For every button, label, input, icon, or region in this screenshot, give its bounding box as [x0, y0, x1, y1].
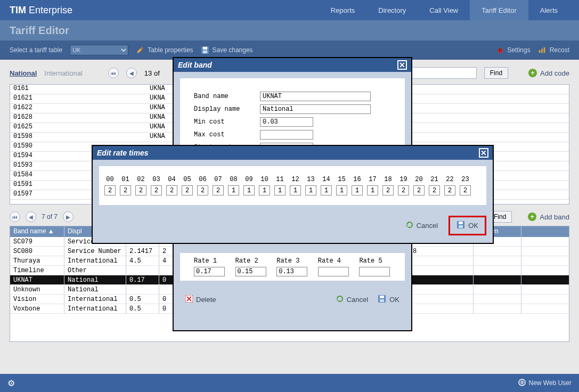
rt-ok-highlight: OK [448, 216, 486, 235]
rate1-input[interactable] [194, 267, 225, 276]
page-prev-icon[interactable]: ◀ [126, 68, 137, 78]
rt-hour-input[interactable] [197, 185, 208, 195]
brand: TIM Enterprise [10, 5, 72, 16]
rt-hour-input[interactable] [104, 185, 116, 195]
table-properties-link[interactable]: Table properties [136, 46, 193, 54]
rt-hour-col: 02 [135, 176, 146, 195]
rt-hour-input[interactable] [398, 185, 409, 195]
min-cost-label: Min cost [194, 118, 260, 126]
rate5-input[interactable] [359, 267, 390, 276]
add-band-label: Add band [540, 213, 569, 221]
rate-times-titlebar[interactable]: Edit rate times ✕ [93, 146, 493, 160]
band-page-prev-icon[interactable]: ◀ [26, 211, 36, 222]
nav-alerts[interactable]: Alerts [528, 0, 569, 20]
rt-hour-col: 09 [243, 176, 255, 195]
rt-hour-input[interactable] [352, 185, 363, 195]
delete-button[interactable]: Delete [185, 295, 216, 304]
edit-band-rates: Rate 1 Rate 2 Rate 3 Rate 4 Rate 5 [180, 253, 405, 281]
rt-hour-input[interactable] [460, 185, 471, 195]
rt-ok-button[interactable]: OK [456, 220, 478, 231]
close-icon[interactable]: ✕ [397, 60, 407, 70]
find-button[interactable]: Find [484, 67, 508, 79]
bug-icon: 🐞 [495, 46, 504, 54]
rt-hour-input[interactable] [243, 185, 255, 195]
rt-hour-input[interactable] [336, 185, 347, 195]
rate4-input[interactable] [318, 267, 349, 276]
rt-hour-label: 22 [446, 176, 453, 183]
rt-hour-col: 14 [321, 176, 332, 195]
rt-hour-input[interactable] [321, 185, 332, 195]
close-icon[interactable]: ✕ [479, 148, 488, 158]
rt-hour-input[interactable] [429, 185, 440, 195]
nav-tariff-editor[interactable]: Tariff Editor [470, 0, 528, 20]
recost-link[interactable]: Recost [538, 46, 569, 54]
footer-user[interactable]: New Web User [529, 379, 572, 387]
save-icon [201, 46, 209, 54]
band-hscroll[interactable] [10, 333, 569, 341]
save-changes-link[interactable]: Save changes [201, 46, 253, 54]
rt-hour-input[interactable] [120, 185, 131, 195]
rate4-label: Rate 4 [318, 257, 350, 265]
tariff-select[interactable]: UK [70, 45, 128, 55]
select-tariff-label: Select a tariff table [10, 46, 62, 54]
add-code-link[interactable]: + Add code [528, 69, 569, 77]
rt-cancel-button[interactable]: Cancel [405, 220, 438, 231]
page-first-icon[interactable]: ⏮ [108, 68, 119, 78]
tab-national[interactable]: National [10, 69, 37, 77]
rt-hour-input[interactable] [290, 185, 301, 195]
gear-icon[interactable]: ⚙ [7, 378, 15, 388]
band-name-input[interactable] [260, 92, 371, 101]
rt-hour-label: 08 [230, 176, 237, 183]
save-icon [456, 220, 465, 231]
rt-hour-col: 11 [274, 176, 286, 195]
rt-hour-input[interactable] [166, 185, 177, 195]
rt-hour-input[interactable] [182, 185, 193, 195]
nav-directory[interactable]: Directory [366, 0, 418, 20]
rt-hour-input[interactable] [151, 185, 162, 195]
rt-hour-label: 13 [307, 176, 314, 183]
tab-international[interactable]: International [44, 69, 83, 77]
band-page-first-icon[interactable]: ⏮ [10, 211, 20, 222]
display-name-input[interactable] [260, 104, 371, 114]
rt-hour-input[interactable] [135, 185, 146, 195]
rt-ok-label: OK [468, 222, 478, 230]
rt-hour-col: 05 [182, 176, 193, 195]
rate3-input[interactable] [276, 267, 307, 276]
rt-hour-label: 12 [291, 176, 299, 183]
svg-rect-4 [541, 48, 543, 53]
min-cost-input[interactable] [260, 117, 313, 127]
nav-reports[interactable]: Reports [319, 0, 367, 20]
rt-hour-input[interactable] [228, 185, 239, 195]
rt-hour-input[interactable] [259, 185, 270, 195]
rt-hour-label: 23 [461, 176, 469, 183]
band-page-next-icon[interactable]: ▶ [63, 211, 74, 222]
rt-hour-label: 01 [121, 176, 129, 183]
rt-hour-input[interactable] [382, 185, 394, 195]
add-band-link[interactable]: + Add band [528, 213, 569, 221]
rt-hour-label: 02 [137, 176, 144, 183]
rt-hour-input[interactable] [413, 185, 425, 195]
rt-hour-input[interactable] [213, 185, 224, 195]
rt-hour-input[interactable] [274, 185, 286, 195]
search-input[interactable] [407, 67, 477, 79]
edit-band-titlebar[interactable]: Edit band ✕ [174, 58, 411, 72]
rt-hour-input[interactable] [444, 185, 455, 195]
rt-hour-label: 21 [430, 176, 438, 183]
rt-hour-input[interactable] [305, 185, 316, 195]
rt-hour-label: 18 [384, 176, 392, 183]
rt-hour-col: 15 [336, 176, 347, 195]
rt-hour-label: 03 [152, 176, 160, 183]
svg-rect-13 [459, 225, 463, 228]
rate2-input[interactable] [235, 267, 266, 276]
rt-hour-label: 14 [322, 176, 330, 183]
cancel-button[interactable]: Cancel [335, 295, 368, 305]
rt-hour-col: 03 [151, 176, 162, 195]
rt-hour-col: 04 [166, 176, 177, 195]
ok-button[interactable]: OK [378, 295, 399, 305]
col-band-name[interactable]: Band name ▲ [10, 226, 64, 237]
svg-rect-3 [539, 50, 541, 53]
max-cost-input[interactable] [260, 130, 313, 140]
rt-hour-input[interactable] [367, 185, 378, 195]
settings-link[interactable]: 🐞 Settings [495, 46, 530, 54]
nav-callview[interactable]: Call View [418, 0, 470, 20]
